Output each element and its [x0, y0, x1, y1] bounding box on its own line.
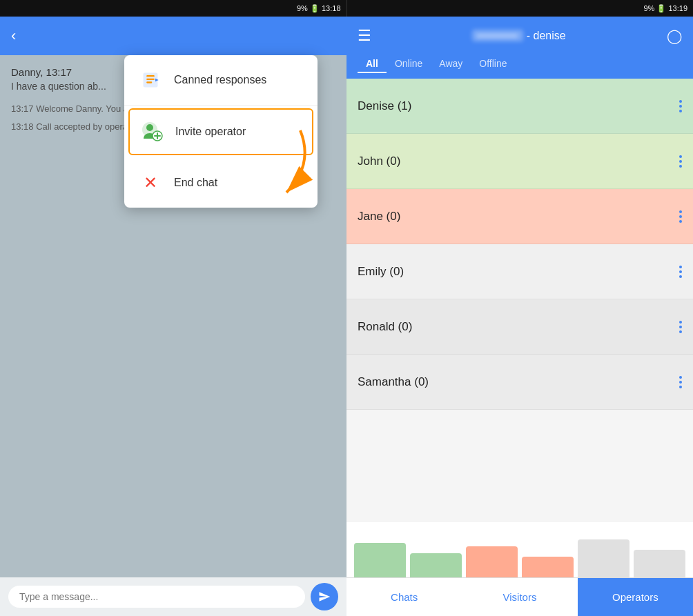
status-bars: 9% 🔋 13:18 9% 🔋 13:19 — [0, 0, 693, 17]
left-battery: 9% — [297, 4, 308, 12]
header-denise: - denise — [527, 30, 566, 41]
blurred-username: •••••••• — [472, 30, 523, 41]
chart-bar-4 — [522, 557, 574, 577]
list-item[interactable]: Samantha (0) — [346, 355, 693, 410]
hamburger-icon[interactable]: ☰ — [358, 27, 371, 45]
operator-name-samantha: Samantha (0) — [358, 375, 429, 389]
three-dots-denise[interactable] — [679, 100, 682, 112]
list-item[interactable]: John (0) — [346, 134, 693, 189]
nav-operators-label: Operators — [612, 591, 658, 603]
invite-operator-item[interactable]: Invite operator — [128, 108, 313, 155]
left-time: 13:18 — [322, 4, 341, 12]
chart-bar-2 — [410, 553, 462, 577]
right-header: ☰ •••••••• - denise ◯ All Online Away Of… — [346, 17, 693, 79]
tab-offline[interactable]: Offline — [471, 55, 515, 73]
chart-bar-1 — [354, 543, 406, 577]
right-battery: 9% — [643, 4, 654, 12]
three-dots-emily[interactable] — [679, 266, 682, 278]
operator-name-denise: Denise (1) — [358, 99, 411, 113]
end-chat-icon: ✕ — [138, 170, 163, 195]
end-chat-label: End chat — [174, 177, 217, 189]
context-menu: Canned responses Invite operator — [124, 55, 318, 208]
chart-bar-6 — [634, 550, 685, 577]
right-header-top: ☰ •••••••• - denise ◯ — [346, 17, 693, 55]
bottom-nav: Chats Visitors Operators — [346, 577, 693, 616]
canned-responses-icon — [138, 68, 163, 92]
canned-responses-item[interactable]: Canned responses — [124, 55, 318, 106]
tab-away[interactable]: Away — [431, 55, 471, 73]
canned-responses-label: Canned responses — [174, 74, 266, 86]
invite-operator-label: Invite operator — [175, 126, 246, 138]
right-time: 13:19 — [668, 4, 687, 12]
three-dots-samantha[interactable] — [679, 376, 682, 388]
list-item[interactable]: Ronald (0) — [346, 299, 693, 355]
list-item[interactable]: Denise (1) — [346, 79, 693, 134]
invite-operator-icon — [139, 119, 164, 144]
nav-operators[interactable]: Operators — [578, 578, 693, 616]
dual-screen: ‹ Danny, 13:17 I have a question ab... 1… — [0, 17, 693, 616]
left-header: ‹ — [0, 17, 346, 55]
chart-bar-5 — [578, 539, 629, 577]
list-item[interactable]: Emily (0) — [346, 244, 693, 299]
right-panel: ☰ •••••••• - denise ◯ All Online Away Of… — [346, 17, 693, 616]
operator-name-emily: Emily (0) — [358, 265, 404, 279]
operator-name-jane: Jane (0) — [358, 210, 400, 223]
tab-online[interactable]: Online — [387, 55, 431, 73]
three-dots-john[interactable] — [679, 155, 682, 168]
left-status-bar: 9% 🔋 13:18 — [0, 0, 346, 17]
back-button[interactable]: ‹ — [11, 27, 16, 45]
chart-bar-3 — [466, 546, 518, 577]
three-dots-jane[interactable] — [679, 210, 682, 223]
list-item[interactable]: Jane (0) — [346, 189, 693, 244]
header-title: •••••••• - denise — [371, 30, 667, 42]
svg-point-3 — [146, 124, 153, 131]
tab-all[interactable]: All — [358, 55, 387, 73]
send-button[interactable] — [311, 583, 338, 610]
nav-visitors-label: Visitors — [503, 591, 537, 603]
three-dots-ronald[interactable] — [679, 321, 682, 333]
end-chat-item[interactable]: ✕ End chat — [124, 158, 318, 208]
operator-list: Denise (1) John (0) Jane (0) Emily (0) — [346, 79, 693, 522]
nav-chats-label: Chats — [391, 591, 418, 603]
tabs-bar: All Online Away Offline — [346, 55, 693, 79]
power-icon[interactable]: ◯ — [667, 28, 682, 44]
right-status-bar: 9% 🔋 13:19 — [346, 0, 694, 17]
chart-area — [346, 522, 693, 577]
message-input[interactable] — [8, 586, 305, 608]
message-input-bar — [0, 577, 346, 616]
left-panel: ‹ Danny, 13:17 I have a question ab... 1… — [0, 17, 346, 616]
nav-chats[interactable]: Chats — [346, 578, 462, 616]
nav-visitors[interactable]: Visitors — [462, 578, 577, 616]
operator-name-ronald: Ronald (0) — [358, 320, 412, 334]
operator-name-john: John (0) — [358, 155, 400, 168]
